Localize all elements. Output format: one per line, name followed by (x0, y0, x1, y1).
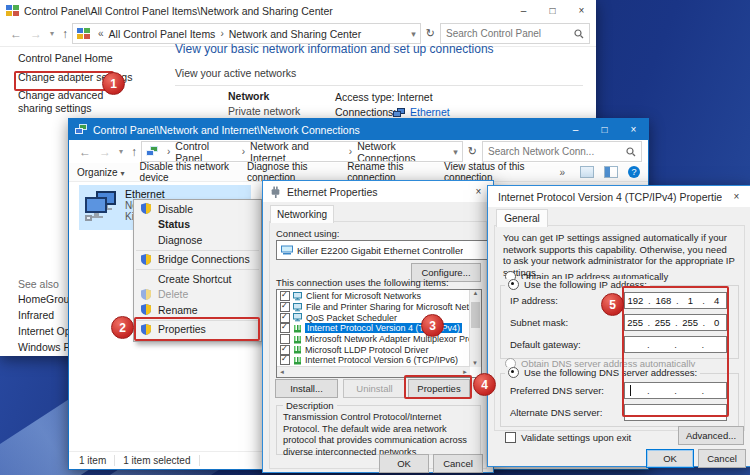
search-placeholder: Search Control Panel (446, 28, 541, 39)
scrollbar-thumb[interactable] (471, 302, 480, 328)
toolbar-overflow-icon[interactable]: » (559, 167, 565, 178)
search-icon (574, 29, 584, 39)
refresh-icon[interactable]: ↻ (468, 145, 477, 158)
checkbox[interactable] (280, 334, 290, 344)
list-item[interactable]: Internet Protocol Version 6 (TCP/IPv6) (278, 355, 469, 366)
menu-item-status[interactable]: Status (134, 217, 261, 233)
network-connections-icon (75, 124, 88, 136)
forward-icon[interactable]: → (30, 27, 42, 41)
checkbox-icon[interactable] (505, 432, 516, 443)
breadcrumb-item[interactable]: Network Connections (357, 141, 453, 162)
scroll-down-icon[interactable]: ▼ (472, 360, 478, 366)
breadcrumb-item[interactable]: Control Panel (175, 141, 236, 162)
ethernet-connection-link[interactable]: Ethernet (410, 106, 450, 118)
connection-items-label: This connection uses the following items… (276, 277, 449, 288)
breadcrumb[interactable]: › Control Panel › Network and Internet ›… (141, 141, 463, 162)
maximize-button[interactable]: □ (538, 0, 567, 21)
preview-pane-icon[interactable] (604, 166, 618, 178)
radio-selected-icon[interactable] (508, 367, 519, 378)
search-input[interactable]: Search Network Conn... (482, 141, 642, 162)
list-item[interactable]: Microsoft Network Adapter Multiplexor Pr… (278, 334, 469, 345)
network-adapter-icon (281, 245, 293, 255)
menu-item-diagnose[interactable]: Diagnose (134, 232, 261, 248)
scroll-up-icon[interactable]: ▲ (473, 290, 479, 296)
up-icon[interactable]: ↑ (62, 27, 68, 41)
search-placeholder: Search Network Conn... (488, 146, 594, 157)
back-icon[interactable]: ← (10, 27, 22, 41)
nsc-window-title: Control Panel\All Control Panel Items\Ne… (24, 5, 509, 17)
refresh-icon[interactable]: ↻ (426, 27, 435, 40)
annotation-box-change-adapter (14, 71, 114, 91)
subnet-mask-label: Subnet mask: (510, 317, 568, 328)
annotation-box-ip-fields (622, 286, 729, 417)
checkbox[interactable] (280, 291, 290, 301)
checkbox[interactable] (280, 345, 290, 355)
forward-icon[interactable]: → (99, 145, 111, 159)
description-label: Description (283, 400, 337, 411)
list-item[interactable]: Client for Microsoft Networks (278, 291, 469, 302)
checkbox[interactable] (280, 313, 290, 323)
breadcrumb-item[interactable]: Network and Internet (250, 141, 344, 162)
vertical-scrollbar[interactable]: ▲▼ (469, 290, 481, 367)
tab-general[interactable]: General (496, 209, 548, 227)
minimize-button[interactable]: – (561, 119, 590, 140)
list-item[interactable]: Microsoft LLDP Protocol Driver (278, 344, 469, 355)
address-dropdown-icon[interactable]: ▾ (411, 29, 416, 39)
dialog-title-bar[interactable]: Ethernet Properties × (263, 181, 493, 202)
search-input[interactable]: Search Control Panel (440, 23, 590, 44)
checkbox[interactable] (280, 355, 290, 365)
list-item[interactable]: File and Printer Sharing for Microsoft N… (278, 302, 469, 313)
protocol-icon (293, 356, 302, 365)
annotation-box-properties-menu (134, 317, 260, 341)
cancel-button[interactable]: Cancel (698, 449, 746, 468)
adapter-field: Killer E2200 Gigabit Ethernet Controller (276, 240, 489, 260)
menu-item-create-shortcut[interactable]: Create Shortcut (134, 271, 261, 287)
ok-button[interactable]: OK (379, 454, 429, 473)
menu-separator (134, 248, 261, 252)
nc-title-bar[interactable]: Control Panel\Network and Internet\Netwo… (69, 119, 648, 140)
disable-device-button[interactable]: Disable this network device (140, 161, 232, 183)
address-dropdown-icon[interactable]: ▾ (453, 147, 458, 157)
access-type-label: Access type: (335, 91, 395, 103)
breadcrumb-collapse-icon[interactable]: « (98, 28, 104, 39)
close-button[interactable]: × (619, 119, 648, 140)
sidebar-item-homegroup[interactable]: HomeGroup (18, 293, 75, 305)
menu-item-delete[interactable]: Delete (134, 287, 261, 303)
install-button[interactable]: Install... (275, 379, 338, 398)
back-icon[interactable]: ← (79, 145, 91, 159)
ethernet-small-icon (393, 108, 406, 118)
organize-menu-button[interactable]: Organize▾ (77, 167, 125, 178)
menu-item-rename[interactable]: Rename (134, 302, 261, 318)
tab-networking[interactable]: Networking (270, 205, 334, 223)
menu-item-bridge-connections[interactable]: Bridge Connections (134, 252, 261, 268)
advanced-button[interactable]: Advanced... (678, 426, 744, 445)
ok-button[interactable]: OK (646, 449, 694, 468)
close-icon[interactable]: × (722, 186, 750, 207)
help-icon[interactable]: ? (628, 166, 640, 178)
close-button[interactable]: × (567, 0, 596, 21)
radio-selected-icon[interactable] (508, 279, 519, 290)
validate-checkbox[interactable]: Validate settings upon exit (505, 432, 631, 443)
dialog-title-bar[interactable]: Internet Protocol Version 4 (TCP/IPv4) P… (488, 186, 750, 207)
cancel-button[interactable]: Cancel (433, 454, 483, 473)
nsc-title-bar[interactable]: Control Panel\All Control Panel Items\Ne… (0, 0, 596, 21)
up-icon[interactable]: ↑ (131, 145, 137, 159)
checkbox[interactable] (280, 302, 290, 312)
maximize-button[interactable]: □ (590, 119, 619, 140)
recent-pages-icon[interactable]: ▾ (50, 29, 54, 38)
scroll-left-icon[interactable]: ◄ (279, 369, 285, 375)
protocol-list[interactable]: Client for Microsoft Networks File and P… (276, 289, 482, 378)
protocol-icon (293, 345, 302, 354)
menu-item-disable[interactable]: Disable (134, 201, 261, 217)
breadcrumb[interactable]: « All Control Panel Items › Network and … (72, 23, 421, 44)
uninstall-button[interactable]: Uninstall (343, 379, 406, 398)
sidebar-item-infrared[interactable]: Infrared (18, 309, 54, 321)
breadcrumb-item[interactable]: Network and Sharing Center (229, 28, 362, 40)
minimize-button[interactable]: – (509, 0, 538, 21)
sidebar-item-control-panel-home[interactable]: Control Panel Home (18, 52, 113, 64)
checkbox[interactable] (280, 323, 290, 333)
breadcrumb-item[interactable]: All Control Panel Items (109, 28, 216, 40)
change-view-icon[interactable] (580, 166, 594, 178)
chevron-right-icon: › (167, 146, 170, 157)
recent-pages-icon[interactable]: ▾ (119, 147, 123, 156)
